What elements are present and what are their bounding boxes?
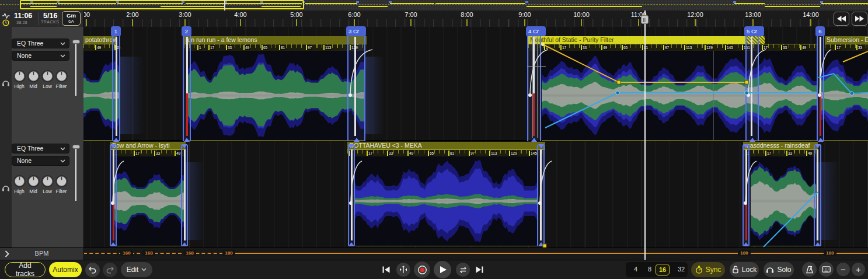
- beat-ticks: [528, 44, 817, 48]
- cue-region[interactable]: [347, 32, 365, 141]
- eq-preset-dropdown[interactable]: EQ Three: [12, 39, 69, 48]
- time-ruler[interactable]: 002:003:004:005:006:007:008:009:0010:001…: [83, 11, 868, 27]
- ruler-minute-tick: [581, 19, 582, 26]
- cue-handle-top[interactable]: [815, 144, 821, 148]
- cue-region[interactable]: [527, 32, 541, 141]
- fx-dropdown[interactable]: None: [12, 51, 69, 61]
- clip-waveform[interactable]: [542, 51, 817, 140]
- cue-tag[interactable]: 1: [111, 26, 121, 36]
- skip-start-icon: [382, 266, 391, 274]
- bpm-value-chip[interactable]: 168: [142, 250, 155, 256]
- clip-title-bar[interactable]: run run run - a few lemons: [184, 36, 367, 44]
- cue-handle-bottom[interactable]: [815, 242, 821, 246]
- cue-tag[interactable]: 4 Cr: [526, 26, 546, 36]
- knob-filter[interactable]: [55, 175, 68, 188]
- cue-handle-bottom[interactable]: [113, 138, 119, 142]
- cue-tag[interactable]: 3 Cr: [346, 26, 366, 36]
- lock-button[interactable]: Lock: [730, 262, 759, 277]
- ruler-minute-tick: [410, 19, 412, 26]
- clip-title-bar[interactable]: GOTTAHAVEU <3 - MEKA: [347, 142, 545, 149]
- knob-low[interactable]: [41, 69, 54, 83]
- clip-title-bar[interactable]: Mouthful of Static - Purity Filter: [528, 36, 745, 44]
- undo-button[interactable]: [85, 263, 100, 277]
- knob-high[interactable]: [13, 175, 26, 188]
- keyboard-shortcuts-button[interactable]: [819, 262, 834, 277]
- beat-number-chip: 65: [622, 45, 628, 50]
- knob-mid[interactable]: [27, 69, 40, 83]
- cue-headphone-button[interactable]: [2, 78, 11, 86]
- edit-button[interactable]: Edit: [121, 262, 152, 277]
- skip-start-button[interactable]: [381, 265, 391, 274]
- zoom-in-button[interactable]: +: [852, 263, 865, 276]
- knob-high[interactable]: [13, 69, 26, 83]
- fx-dropdown[interactable]: None: [12, 156, 69, 166]
- volume-slider-handle[interactable]: [72, 145, 80, 149]
- automix-button[interactable]: Automix: [49, 262, 82, 277]
- cue-region[interactable]: [742, 145, 750, 246]
- sync-button[interactable]: Sync: [691, 262, 725, 277]
- clip-waveform[interactable]: [751, 156, 816, 246]
- minimap-viewport[interactable]: [20, 0, 304, 9]
- cue-region[interactable]: [814, 145, 821, 246]
- redo-button[interactable]: [103, 263, 117, 277]
- cue-region[interactable]: [110, 145, 117, 246]
- cue-fade-curve: [528, 32, 552, 144]
- loop-button[interactable]: [456, 263, 470, 277]
- cue-fade-curve: [348, 32, 376, 144]
- cue-region[interactable]: [112, 32, 120, 141]
- overview-minimap[interactable]: [0, 0, 868, 11]
- bpm-value-chip[interactable]: 180: [824, 250, 836, 256]
- cue-region[interactable]: [183, 32, 191, 141]
- center-playhead-button[interactable]: [396, 263, 410, 277]
- cue-fade-curve: [349, 145, 365, 248]
- bar-option-4[interactable]: 4: [634, 266, 637, 273]
- key-badge[interactable]: Gm 6A: [62, 11, 81, 26]
- solo-button[interactable]: Solo: [764, 262, 794, 277]
- knob-label: Filter: [56, 189, 67, 194]
- cue-region[interactable]: [348, 145, 355, 246]
- lock-label: Lock: [742, 266, 757, 274]
- cue-tag[interactable]: 6: [815, 26, 825, 36]
- play-button[interactable]: [434, 261, 451, 278]
- key-secondary: 6A: [62, 19, 80, 24]
- cue-tag[interactable]: 2: [182, 26, 191, 36]
- cue-handle-top[interactable]: [182, 144, 187, 148]
- clip-waveform[interactable]: [187, 51, 365, 140]
- add-tracks-button[interactable]: Add tracks: [5, 262, 46, 277]
- playhead-handle[interactable]: [641, 15, 649, 24]
- bpm-value-chip[interactable]: 180: [222, 250, 235, 256]
- divider: [0, 247, 868, 248]
- cue-fade-curve: [538, 145, 555, 248]
- ruler-time-label: 8:00: [461, 11, 473, 18]
- bpm-lane[interactable]: 160168168180180180: [83, 248, 868, 260]
- zoom-out-button[interactable]: −: [836, 263, 850, 276]
- cue-headphone-button[interactable]: [2, 183, 11, 191]
- bpm-value-chip[interactable]: 160: [120, 250, 133, 256]
- cue-region[interactable]: [817, 32, 824, 141]
- bpm-value-chip[interactable]: 168: [183, 250, 196, 256]
- ruler-minute-tick: [86, 19, 87, 26]
- cue-region[interactable]: [537, 145, 545, 246]
- cue-region[interactable]: [181, 145, 188, 246]
- eq-preset-dropdown[interactable]: EQ Three: [12, 144, 69, 154]
- knob-filter[interactable]: [55, 69, 68, 83]
- bar-option-16[interactable]: 16: [656, 264, 670, 275]
- volume-slider-handle[interactable]: [72, 40, 80, 44]
- keyboard-icon: [822, 266, 831, 273]
- bar-option-8[interactable]: 8: [648, 266, 651, 273]
- bar-option-32[interactable]: 32: [678, 266, 685, 273]
- skip-end-button[interactable]: [475, 265, 484, 274]
- knob-low[interactable]: [41, 175, 54, 188]
- knob-mid[interactable]: [27, 175, 40, 188]
- bpm-value-chip[interactable]: 180: [738, 250, 751, 256]
- metronome-button[interactable]: [802, 262, 817, 277]
- clip-waveform[interactable]: [355, 156, 538, 246]
- cue-tag[interactable]: 5 Cr: [744, 26, 764, 36]
- fast-forward-button[interactable]: [852, 12, 867, 26]
- cue-region[interactable]: [745, 32, 759, 141]
- cue-handle-bottom[interactable]: [182, 242, 187, 246]
- beat-number-chip: 113: [684, 45, 692, 50]
- cue-handle-bottom[interactable]: [184, 138, 190, 142]
- rewind-button[interactable]: [834, 12, 849, 26]
- record-button[interactable]: [414, 261, 430, 278]
